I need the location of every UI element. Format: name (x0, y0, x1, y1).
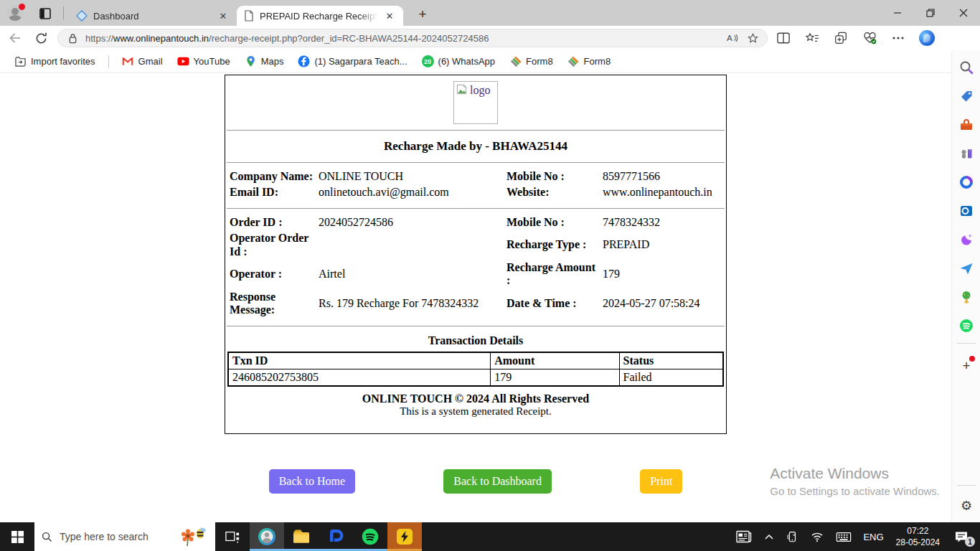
search-icon (958, 60, 974, 75)
tab-strip: Dashboard ✕ PREPAID Recharge Receipt - R… (0, 0, 980, 26)
copilot-button[interactable] (918, 29, 936, 47)
sidebar-m365-button[interactable] (958, 174, 975, 191)
bookmark-maps[interactable]: Maps (239, 52, 290, 70)
workspaces-button[interactable] (37, 6, 53, 22)
url-text[interactable]: https://www.onlinepantouch.in/recharge-r… (85, 33, 720, 44)
refresh-button[interactable] (30, 28, 52, 48)
split-screen-button[interactable] (775, 29, 792, 47)
taskbar-app-blue[interactable] (319, 522, 353, 551)
sidebar-add-button[interactable]: + (958, 357, 975, 375)
company-mobile-value: 8597771566 (600, 169, 725, 184)
taskbar-search-box[interactable]: Type here to search (34, 522, 215, 551)
shopping-tag-icon (958, 88, 974, 104)
address-bar[interactable]: https://www.onlinepantouch.in/recharge-r… (57, 29, 768, 47)
taskbar-app-edge-profile[interactable] (250, 522, 284, 551)
clock[interactable]: 07:22 28-05-2024 (890, 525, 946, 548)
search-icon (42, 532, 52, 542)
sidebar-designer-button[interactable] (958, 231, 975, 248)
website-label: Website: (504, 184, 600, 200)
import-favorites-button[interactable]: Import favorites (9, 52, 101, 70)
sidebar-spotify-button[interactable] (958, 317, 975, 334)
datetime-label: Date & Time : (504, 289, 600, 319)
workspaces-icon (37, 6, 53, 22)
amount-header: Amount (491, 352, 619, 369)
minimize-icon (893, 9, 902, 17)
tab-close-icon[interactable]: ✕ (383, 9, 396, 22)
sidebar-settings-button[interactable]: ⚙ (958, 496, 975, 514)
taskbar-app-file-explorer[interactable] (284, 522, 319, 551)
windows-taskbar: Type here to search (0, 522, 980, 551)
bookmark-label: (6) WhatsApp (438, 56, 495, 67)
search-placeholder: Type here to search (60, 531, 172, 542)
taskbar-app-spotify[interactable] (353, 522, 387, 551)
spotify-icon (361, 527, 380, 546)
sidebar-drop-button[interactable] (958, 260, 975, 277)
operator-order-label: Operator Order Id : (227, 230, 316, 260)
notification-dot-icon (969, 356, 975, 362)
response-message-value: Rs. 179 Recharge For 7478324332 (316, 289, 504, 319)
touch-keyboard-button[interactable] (831, 522, 857, 551)
back-to-home-button[interactable]: Back to Home (269, 469, 355, 494)
bookmarks-bar: Import favorites Gmail YouTube Maps (0, 50, 980, 73)
wifi-icon (810, 531, 824, 542)
action-center-button[interactable]: 1 (947, 522, 976, 551)
transaction-table: Txn ID Amount Status 246085202753805 179… (227, 352, 724, 387)
sidebar-outlook-button[interactable] (958, 202, 975, 220)
file-explorer-icon (292, 528, 311, 545)
bookmark-whatsapp[interactable]: 20 (6) WhatsApp (416, 52, 501, 70)
phone-icon: α (786, 530, 798, 543)
window-controls (881, 0, 980, 26)
restore-icon (926, 9, 935, 17)
page-favicon-icon (244, 10, 254, 22)
receipt-card: logo Recharge Made by - BHAWA25144 Compa… (225, 75, 727, 434)
tab-close-icon[interactable]: ✕ (217, 9, 230, 22)
company-name-label: Company Name: (227, 169, 316, 184)
tab-dashboard[interactable]: Dashboard ✕ (69, 6, 237, 26)
back-button[interactable] (4, 28, 26, 48)
favorites-button[interactable] (804, 29, 821, 47)
transaction-details-title: Transaction Details (225, 326, 726, 352)
new-tab-button[interactable]: + (413, 5, 432, 24)
bing-flower-bee-icon (179, 527, 208, 547)
taskbar-app-attention[interactable] (387, 522, 422, 551)
order-section: Order ID : 2024052724586 Mobile No : 747… (225, 209, 726, 326)
star-icon (747, 32, 759, 44)
settings-menu-button[interactable] (890, 29, 907, 47)
profile-avatar[interactable] (7, 5, 24, 22)
back-to-dashboard-button[interactable]: Back to Dashboard (443, 469, 552, 494)
start-button[interactable] (0, 522, 34, 551)
favorite-star-button[interactable] (745, 31, 760, 45)
bookmark-form8-2[interactable]: Form8 (562, 52, 617, 70)
language-indicator[interactable]: ENG (858, 522, 888, 551)
show-hidden-icons-button[interactable] (759, 522, 779, 551)
tab-recharge-receipt[interactable]: PREPAID Recharge Receipt - RC-BHAWA25144… (237, 6, 403, 26)
bookmark-form8-1[interactable]: Form8 (504, 52, 559, 70)
bookmark-youtube[interactable]: YouTube (171, 52, 236, 70)
sidebar-tree-button[interactable] (958, 288, 975, 306)
designer-icon (958, 232, 974, 248)
browser-essentials-button[interactable] (861, 29, 878, 47)
task-view-button[interactable] (215, 522, 250, 551)
minimize-button[interactable] (881, 0, 914, 26)
sidebar-games-button[interactable] (958, 145, 975, 162)
sidebar-search-button[interactable] (958, 59, 975, 76)
collections-button[interactable] (832, 29, 849, 47)
copilot-icon (919, 30, 935, 46)
collections-icon (834, 31, 848, 45)
news-widget-button[interactable] (730, 522, 758, 551)
sidebar-tools-button[interactable] (958, 116, 975, 133)
lock-icon[interactable] (65, 31, 80, 45)
restore-button[interactable] (914, 0, 947, 26)
read-aloud-button[interactable]: A (725, 31, 740, 45)
browser-toolbar: https://www.onlinepantouch.in/recharge-r… (0, 26, 980, 50)
close-button[interactable] (947, 0, 980, 26)
wifi-button[interactable] (805, 522, 829, 551)
phone-link-button[interactable]: α (781, 522, 804, 551)
sidebar-shopping-button[interactable] (958, 88, 975, 105)
bookmark-gmail[interactable]: Gmail (116, 52, 169, 70)
bookmark-label: Import favorites (31, 56, 95, 67)
gear-icon: ⚙ (961, 498, 972, 513)
print-button[interactable]: Print (640, 469, 682, 494)
bookmark-facebook[interactable]: (1) Sagarpara Teach... (292, 52, 413, 70)
action-buttons-row: Back to Home Back to Dashboard Print (225, 469, 727, 494)
